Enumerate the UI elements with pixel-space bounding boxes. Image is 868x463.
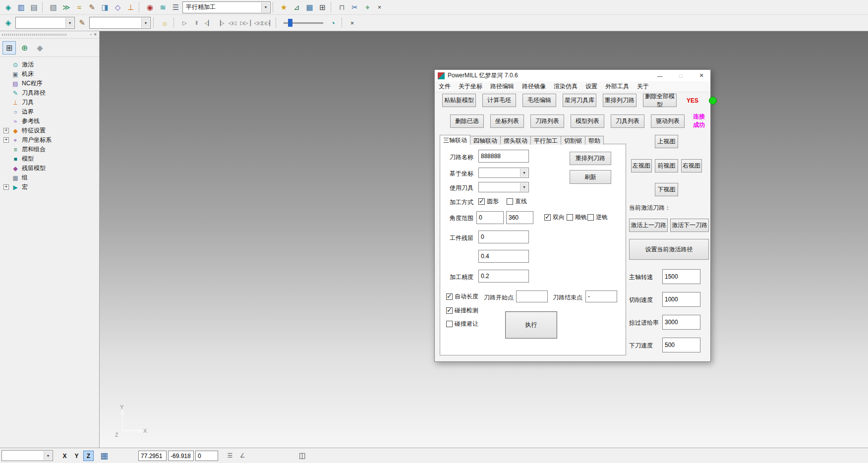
tree-item-groups[interactable]: ▦ 组: [3, 173, 98, 182]
tree-expander[interactable]: [3, 81, 9, 86]
toolpath-name-input[interactable]: [478, 150, 529, 163]
method-circle-checkbox[interactable]: 圆形: [478, 197, 499, 206]
axis-y-button[interactable]: Y: [71, 451, 82, 461]
tab-help[interactable]: 帮助: [585, 136, 604, 145]
tree-item-stock-models[interactable]: ◆ 残留模型: [3, 164, 98, 173]
tree-item-machine[interactable]: ▣ 机床: [3, 69, 98, 79]
step-back-icon[interactable]: ◁▏: [203, 17, 214, 28]
tree-item-levels[interactable]: ≡ 层和组合: [3, 145, 98, 154]
tree-expander[interactable]: [3, 147, 9, 152]
strategy-dropdown[interactable]: 平行精加工 ▼: [182, 1, 271, 13]
save-icon[interactable]: ▥: [15, 1, 27, 13]
play-icon[interactable]: ▷: [179, 17, 190, 28]
menu-settings[interactable]: 设置: [581, 82, 601, 91]
toolpath-select-dropdown[interactable]: ▼: [15, 17, 75, 29]
block-icon[interactable]: ▧: [47, 1, 59, 13]
shield-icon[interactable]: ◆: [33, 41, 47, 55]
toolpath-list-button[interactable]: 刀路列表: [530, 115, 564, 128]
maximize-button[interactable]: □: [672, 70, 690, 81]
stepover-input[interactable]: [478, 250, 529, 263]
tree-expander[interactable]: [3, 100, 9, 105]
rearrange-toolpaths-button[interactable]: 重排列刀路: [603, 94, 637, 107]
toolbar-close-icon[interactable]: ×: [374, 2, 385, 12]
clamp-icon[interactable]: ⊓: [336, 1, 348, 13]
axis-x-button[interactable]: X: [59, 451, 70, 461]
tool-library-button[interactable]: 星河刀具库: [563, 94, 596, 107]
powermill-icon[interactable]: ◈: [2, 1, 14, 13]
grid-icon[interactable]: ▦: [98, 450, 110, 461]
rewind-icon[interactable]: ◁◁: [227, 17, 237, 28]
refresh-button[interactable]: 刷新: [570, 170, 611, 184]
tab-tilt-head[interactable]: 摆头联动: [500, 136, 531, 145]
tolerance-input[interactable]: [478, 270, 529, 283]
climb-mill-checkbox[interactable]: 顺铣: [567, 213, 587, 222]
toolbar-close-icon[interactable]: ×: [347, 18, 357, 28]
toolpath-icon[interactable]: ≈: [73, 1, 85, 13]
angle-to-input[interactable]: [506, 211, 533, 224]
stock-allowance-input[interactable]: [478, 231, 529, 243]
slider-thumb[interactable]: [288, 19, 292, 27]
delete-selected-button[interactable]: 删除已选: [450, 115, 484, 128]
end-point-input[interactable]: [585, 290, 617, 302]
menu-path-edit[interactable]: 路径编辑: [486, 82, 518, 91]
collision-check-checkbox[interactable]: 碰撞检测: [446, 306, 478, 315]
tab-saw[interactable]: 切割锯: [561, 136, 585, 145]
menu-about[interactable]: 关于: [633, 82, 653, 91]
angle-from-input[interactable]: [476, 211, 504, 224]
tree-item-models[interactable]: ■ 模型: [3, 154, 98, 164]
conventional-mill-checkbox[interactable]: 逆铣: [587, 213, 608, 222]
pattern-icon[interactable]: ◇: [112, 1, 124, 13]
powermill-icon[interactable]: ◈: [2, 17, 14, 29]
statistics-icon[interactable]: ⊿: [290, 1, 303, 13]
skim-feed-input[interactable]: [662, 315, 700, 330]
edit-icon[interactable]: ✎: [76, 17, 88, 29]
protractor-icon[interactable]: ∠: [236, 450, 248, 461]
lightbulb-icon[interactable]: ☼: [159, 17, 171, 29]
collision-icon[interactable]: ◉: [144, 1, 156, 13]
front-view-button[interactable]: 前视图: [655, 159, 678, 173]
model-list-button[interactable]: 模型列表: [571, 115, 604, 128]
tool-list-button[interactable]: 刀具列表: [611, 115, 644, 128]
tab-4axis[interactable]: 四轴联动: [470, 136, 501, 145]
hierarchy-icon[interactable]: ⊞: [2, 41, 16, 55]
tree-item-tools[interactable]: ⊥ 刀具: [3, 98, 98, 107]
tree-expander[interactable]: [3, 166, 9, 171]
minimize-button[interactable]: —: [651, 70, 669, 81]
calc-block-button[interactable]: 计算毛坯: [482, 94, 516, 107]
tree-expander[interactable]: [3, 118, 9, 124]
panel-close-icon[interactable]: ×: [94, 32, 97, 37]
right-view-button[interactable]: 右视图: [681, 159, 702, 173]
coord-y-input[interactable]: [168, 451, 194, 461]
dialog-titlebar[interactable]: PowerMILL 忆梦星河 7.0.6 — □ ✕: [435, 70, 710, 81]
workplane-select-dropdown[interactable]: ▼: [89, 17, 151, 29]
tree-item-workplanes[interactable]: ⌖ 用户坐标系: [3, 135, 98, 145]
block-edit-button[interactable]: 毛坯编辑: [522, 94, 556, 107]
top-view-button[interactable]: 上视图: [655, 135, 678, 148]
list-icon[interactable]: ☰: [170, 1, 182, 13]
ribbon-icon[interactable]: ≋: [157, 1, 169, 13]
delete-all-models-button[interactable]: 删除全部模型: [643, 94, 677, 107]
tree-item-patterns[interactable]: ≈ 参考线: [3, 116, 98, 126]
viewport-layout-icon[interactable]: ◫: [296, 450, 308, 461]
tree-expander[interactable]: [3, 128, 9, 133]
tree-item-nc-programs[interactable]: ▤ NC程序: [3, 79, 98, 88]
cut-icon[interactable]: ✂: [348, 1, 361, 13]
menu-coords[interactable]: 关于坐标: [455, 82, 486, 91]
tree-item-activate[interactable]: ⊙ 激活: [3, 60, 98, 69]
tree-expander[interactable]: [3, 62, 9, 67]
shade-icon[interactable]: ◨: [99, 1, 111, 13]
menu-file[interactable]: 文件: [435, 82, 455, 91]
auto-length-checkbox[interactable]: 自动长度: [446, 292, 478, 301]
tree-expander[interactable]: [3, 137, 9, 143]
activate-next-toolpath-button[interactable]: 激活下一刀路: [670, 219, 709, 232]
tool-icon[interactable]: ⊥: [124, 1, 137, 13]
paste-new-model-button[interactable]: 粘贴新模型: [442, 94, 476, 107]
list-icon[interactable]: ☰: [224, 450, 236, 461]
bidirectional-checkbox[interactable]: 双向: [544, 213, 565, 222]
panel-drag-handle[interactable]: [2, 34, 66, 36]
bottom-view-button[interactable]: 下视图: [655, 183, 678, 196]
calculate-icon[interactable]: ★: [278, 1, 290, 13]
coord-select[interactable]: ▼: [478, 168, 529, 178]
draw-icon[interactable]: ✎: [86, 1, 98, 13]
tree-expander[interactable]: [3, 175, 9, 180]
